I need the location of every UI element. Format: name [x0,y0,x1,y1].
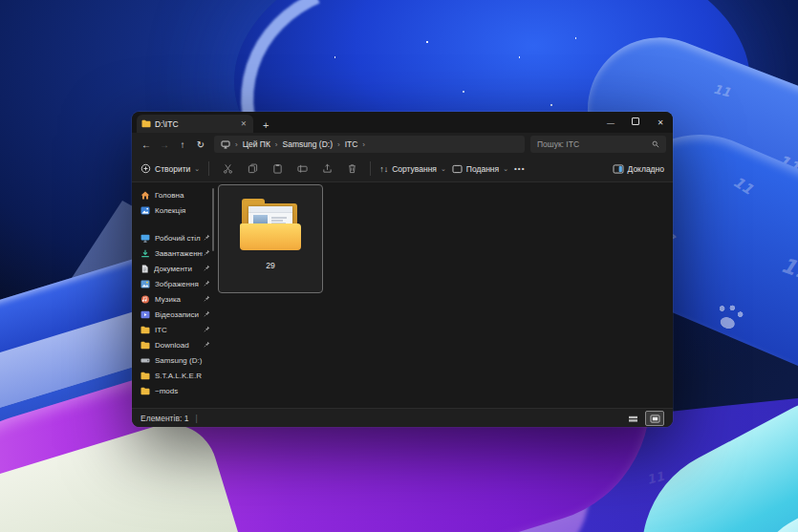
pin-icon [204,310,210,317]
copy-icon [248,163,258,174]
rename-button[interactable] [292,163,312,174]
sidebar-item-label: ITC [155,326,203,334]
details-pane-button[interactable]: Докладно [613,164,664,174]
breadcrumb-item-drive[interactable]: Samsung (D:) [283,139,333,149]
paste-button[interactable] [268,163,287,174]
view-button[interactable]: Подання ⌄ [452,164,508,174]
sidebar-item-desktop[interactable]: Робочий стіл [132,230,215,245]
sidebar-item-label: Samsung (D:) [155,356,203,365]
command-bar: Створити ⌄ ↑↓ [132,156,673,182]
up-button[interactable]: ↑ [175,139,190,150]
wallpaper-11-digit: 11 [778,253,798,286]
pin-icon [204,280,210,287]
paste-icon [272,163,283,174]
maximize-button[interactable] [623,117,648,127]
gallery-icon [140,206,150,215]
window-body: Головна Колекція Робочий стіл Завантажен… [132,182,673,408]
sidebar-item-downloads[interactable]: Завантаження [132,245,215,261]
folder-icon [140,341,150,350]
maximize-icon [632,117,639,125]
file-name: 29 [266,261,274,270]
music-icon [140,295,150,304]
cut-icon [223,163,233,174]
documents-icon [140,265,149,273]
tab-strip: D:\ITC ✕ + — ✕ [132,112,673,133]
status-divider: | [195,414,197,423]
sidebar-item-documents[interactable]: Документи [132,261,215,276]
status-bar: Елементів: 1 | [132,408,673,427]
sidebar-item-download[interactable]: Download [132,337,215,352]
view-button-label: Подання [466,164,499,174]
see-more-button[interactable]: ••• [514,164,525,173]
wallpaper-11-digit: 11 [730,173,756,198]
new-tab-button[interactable]: + [263,119,269,133]
file-list[interactable]: 29 [215,182,673,408]
sidebar-scrollbar[interactable] [212,188,214,251]
sidebar-gap [132,218,215,230]
sidebar-item-music[interactable]: Музика [132,291,215,307]
chevron-down-icon: ⌄ [503,165,508,173]
folder-thumbnail-icon [240,199,301,250]
close-button[interactable]: ✕ [648,118,673,127]
breadcrumb-chevron-icon: › [362,140,365,149]
folder-icon [140,372,150,380]
new-button[interactable]: Створити ⌄ [140,163,200,174]
folder-front [240,223,301,250]
minimize-button[interactable]: — [598,118,623,127]
this-pc-icon [221,140,230,149]
sidebar-item-label: Музика [155,295,203,304]
delete-button[interactable] [342,163,361,174]
sidebar-item-drive-d[interactable]: Samsung (D:) [132,352,215,368]
preview-line [271,217,287,219]
items-count: Елементів: 1 [140,414,188,423]
breadcrumb-chevron-icon: › [235,140,238,149]
sidebar-item-label: Колекція [155,206,203,215]
sidebar-item-home[interactable]: Головна [132,187,215,202]
rename-icon [297,163,308,174]
search-input[interactable]: Пошук: ITC [530,136,666,153]
wallpaper-11-digit: 11 [712,82,732,100]
sidebar-item-pictures[interactable]: Зображення [132,276,215,291]
forward-button[interactable]: → [157,139,172,150]
sort-button[interactable]: ↑↓ Сортування ⌄ [379,164,446,174]
sidebar-item-videos[interactable]: Відеозаписи [132,307,215,322]
details-view-toggle[interactable] [624,412,641,425]
tab-close-icon[interactable]: ✕ [239,119,248,128]
sidebar-item-gallery[interactable]: Колекція [132,202,215,218]
sidebar-item-mods[interactable]: ~mods [132,383,215,398]
pin-icon [204,249,210,256]
toolbar-separator [208,161,209,176]
copy-button[interactable] [243,163,262,174]
breadcrumb-item-this-pc[interactable]: Цей ПК [243,139,270,149]
sidebar-item-stalker[interactable]: S.T.A.L.K.E.R 2 H [132,368,215,383]
breadcrumb[interactable]: › Цей ПК › Samsung (D:) › ITC › [214,136,525,153]
toolbar-separator [370,161,371,176]
preview-titlebar [248,206,292,213]
file-item-folder-29[interactable]: 29 [218,184,323,293]
cut-button[interactable] [218,163,237,174]
new-button-label: Створити [155,164,190,174]
breadcrumb-item-folder[interactable]: ITC [345,139,358,149]
sort-button-label: Сортування [392,164,437,174]
desktop-icon [140,234,150,243]
sidebar-item-itc[interactable]: ITC [132,322,215,337]
wallpaper-11-digit: 11 [645,469,665,487]
breadcrumb-chevron-icon: › [337,140,340,149]
downloads-icon [140,249,150,258]
pin-icon [204,295,210,302]
thumbnail-view-toggle[interactable] [645,411,664,426]
search-placeholder: Пошук: ITC [537,139,652,149]
sidebar-item-label: Головна [155,191,203,200]
share-button[interactable] [317,163,336,174]
pin-icon [204,234,210,241]
breadcrumb-chevron-icon: › [275,140,278,149]
pictures-icon [140,280,150,288]
back-button[interactable]: ← [139,139,154,150]
address-bar: ← → ↑ ↻ › Цей ПК › Samsung (D:) › ITC › … [132,133,673,156]
folder-icon [140,387,150,395]
chevron-down-icon: ⌄ [194,165,200,173]
file-explorer-window: D:\ITC ✕ + — ✕ ← → ↑ ↻ › Цей ПК › Samsun… [132,112,673,427]
refresh-button[interactable]: ↻ [193,139,208,150]
folder-icon [140,326,150,334]
explorer-tab[interactable]: D:\ITC ✕ [137,115,253,133]
